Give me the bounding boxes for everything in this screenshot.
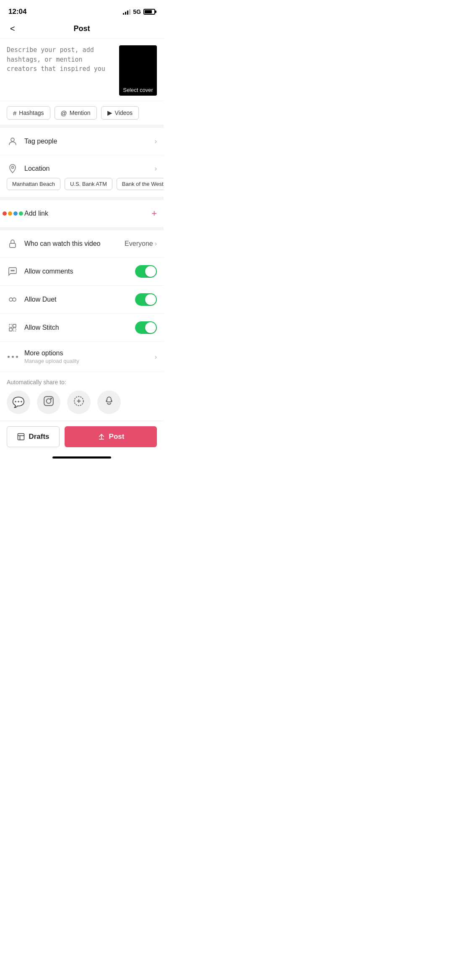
snapchat-share-button[interactable] <box>97 391 121 414</box>
hashtag-icon: # <box>13 109 16 117</box>
svg-rect-16 <box>18 434 24 440</box>
videos-label: Videos <box>115 109 133 116</box>
page-title: Post <box>73 24 90 33</box>
add-link-row[interactable]: Add link + <box>0 200 164 227</box>
location-chip-bankwest[interactable]: Bank of the West ATM <box>117 178 164 190</box>
svg-rect-11 <box>13 328 16 331</box>
tag-people-right: › <box>155 138 157 145</box>
more-options-right: › <box>155 353 157 361</box>
allow-stitch-label: Allow Stitch <box>24 324 135 331</box>
mention-label: Mention <box>70 109 91 116</box>
svg-point-5 <box>13 270 14 271</box>
cover-thumbnail[interactable]: Select cover <box>119 45 157 96</box>
svg-point-1 <box>12 167 14 169</box>
add-link-label: Add link <box>24 210 151 217</box>
duet-icon <box>7 294 18 305</box>
allow-duet-label: Allow Duet <box>24 296 135 303</box>
play-icon: ▶ <box>107 109 112 117</box>
hashtags-label: Hashtags <box>19 109 44 116</box>
lock-icon <box>7 238 18 250</box>
svg-point-7 <box>13 298 16 301</box>
location-chips: Manhattan Beach U.S. Bank ATM Bank of th… <box>0 178 164 200</box>
allow-comments-row: Allow comments <box>0 258 164 286</box>
share-label: Automatically share to: <box>7 379 157 386</box>
who-can-watch-row[interactable]: Who can watch this video Everyone › <box>0 230 164 258</box>
status-right: 5G <box>123 8 155 15</box>
comments-icon <box>7 266 18 277</box>
add-share-icon <box>73 396 84 409</box>
svg-point-14 <box>51 398 52 399</box>
hashtags-chip[interactable]: # Hashtags <box>7 106 50 120</box>
svg-rect-10 <box>9 328 12 331</box>
home-bar <box>52 456 111 459</box>
post-icon <box>97 433 106 441</box>
share-icons: 💬 <box>7 391 157 414</box>
chevron-icon: › <box>155 240 157 248</box>
chevron-icon: › <box>155 353 157 361</box>
messages-share-button[interactable]: 💬 <box>7 391 30 414</box>
allow-duet-row: Allow Duet <box>0 286 164 314</box>
tag-people-label: Tag people <box>24 138 155 145</box>
stitch-icon <box>7 322 18 334</box>
status-bar: 12:04 5G <box>0 0 164 21</box>
person-icon <box>7 136 18 147</box>
location-chip-usbank[interactable]: U.S. Bank ATM <box>65 178 112 190</box>
snapchat-icon <box>104 396 115 409</box>
videos-chip[interactable]: ▶ Videos <box>101 106 139 120</box>
header: < Post <box>0 21 164 39</box>
add-link-right: + <box>151 208 157 219</box>
battery-icon <box>143 9 155 15</box>
action-chips: # Hashtags @ Mention ▶ Videos <box>0 101 164 128</box>
chevron-icon: › <box>155 165 157 172</box>
post-button[interactable]: Post <box>65 426 157 447</box>
plus-icon: + <box>151 208 157 219</box>
drafts-label: Drafts <box>29 433 49 441</box>
more-icon <box>7 351 18 363</box>
svg-point-0 <box>11 138 14 141</box>
link-icon <box>7 208 18 219</box>
mention-chip[interactable]: @ Mention <box>55 106 97 120</box>
svg-rect-8 <box>9 324 12 327</box>
allow-stitch-row: Allow Stitch <box>0 314 164 342</box>
who-can-watch-label: Who can watch this video <box>24 240 125 248</box>
cover-label: Select cover <box>119 84 157 96</box>
svg-rect-2 <box>10 243 16 248</box>
location-chip-manhattan[interactable]: Manhattan Beach <box>7 178 60 190</box>
tag-people-row[interactable]: Tag people › <box>0 128 164 155</box>
add-link-section: Add link + <box>0 200 164 230</box>
share-section: Automatically share to: 💬 <box>0 372 164 421</box>
instagram-icon <box>43 396 54 409</box>
allow-duet-toggle[interactable] <box>135 293 157 306</box>
back-button[interactable]: < <box>8 22 17 35</box>
allow-stitch-toggle[interactable] <box>135 321 157 334</box>
drafts-button[interactable]: Drafts <box>7 426 60 447</box>
post-description-area: Select cover <box>0 39 164 101</box>
svg-point-3 <box>11 270 12 271</box>
svg-rect-12 <box>44 396 53 406</box>
drafts-icon <box>17 433 25 441</box>
more-options-subtext: Manage upload quality <box>24 358 155 364</box>
svg-rect-9 <box>13 324 16 327</box>
location-icon <box>7 163 18 175</box>
location-right: › <box>155 165 157 172</box>
status-time: 12:04 <box>8 8 26 16</box>
chevron-icon: › <box>155 138 157 145</box>
location-label: Location <box>24 165 155 172</box>
svg-point-4 <box>12 270 13 271</box>
home-indicator <box>0 452 164 461</box>
allow-comments-toggle[interactable] <box>135 265 157 278</box>
more-options-row[interactable]: More options Manage upload quality › <box>0 342 164 372</box>
svg-point-13 <box>47 399 51 404</box>
who-can-watch-value: Everyone <box>125 240 153 248</box>
who-can-watch-right: Everyone › <box>125 240 157 248</box>
at-icon: @ <box>61 109 67 117</box>
network-label: 5G <box>133 8 141 15</box>
signal-icon <box>123 9 130 15</box>
messages-icon: 💬 <box>12 396 25 408</box>
instagram-share-button[interactable] <box>37 391 60 414</box>
description-input[interactable] <box>7 45 114 96</box>
location-row[interactable]: Location › <box>0 155 164 178</box>
add-share-button[interactable] <box>67 391 91 414</box>
svg-point-6 <box>9 298 13 301</box>
post-label: Post <box>109 433 125 441</box>
